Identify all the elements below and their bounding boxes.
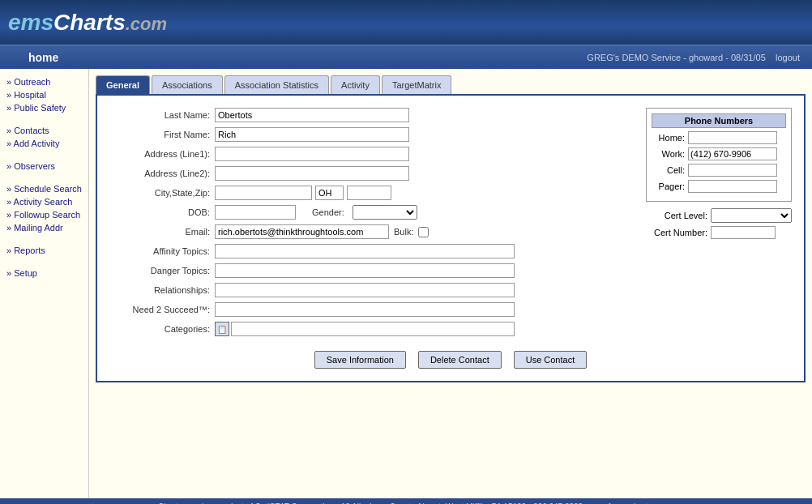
sidebar-item-observers[interactable]: » Observers — [0, 160, 88, 173]
cert-section: Cert Level: Cert Number: — [646, 208, 792, 239]
zip-input[interactable] — [347, 186, 391, 200]
sidebar-item-followup-search[interactable]: » Followup Search — [0, 208, 88, 221]
address2-row: Address (Line2): — [109, 166, 630, 181]
sidebar-section-search: » Schedule Search » Activity Search » Fo… — [0, 182, 88, 234]
email-input[interactable] — [215, 224, 389, 239]
separator2: - — [725, 53, 731, 62]
cell-label: Cell: — [652, 165, 688, 175]
main-layout: » Outreach » Hospital » Public Safety » … — [0, 69, 812, 498]
need2succeed-row: Need 2 Succeed™: — [109, 302, 630, 317]
form-main: Last Name: First Name: Address (Line1): — [109, 108, 792, 341]
relationships-label: Relationships: — [109, 285, 215, 295]
first-name-input[interactable] — [215, 127, 409, 142]
tab-activity[interactable]: Activity — [331, 75, 380, 94]
sidebar-item-hospital[interactable]: » Hospital — [0, 88, 88, 101]
sidebar-divider-2 — [0, 153, 88, 160]
last-name-input[interactable] — [215, 108, 409, 122]
danger-row: Danger Topics: — [109, 263, 630, 278]
affinity-row: Affinity Topics: — [109, 244, 630, 258]
affinity-label: Affinity Topics: — [109, 246, 215, 256]
work-label: Work: — [652, 149, 688, 159]
sidebar-item-mailing-addr[interactable]: » Mailing Addr — [0, 221, 88, 234]
content-area: General Associations Association Statist… — [89, 69, 812, 498]
sidebar-section-contacts: » Contacts » Add Activity — [0, 124, 88, 150]
state-input[interactable] — [315, 186, 344, 200]
phone-cell-row: Cell: — [652, 164, 786, 177]
dob-gender-row: DOB: Gender: Male Female — [109, 205, 630, 220]
tab-associations[interactable]: Associations — [152, 75, 223, 94]
address1-input[interactable] — [215, 147, 409, 161]
last-name-label: Last Name: — [109, 110, 215, 120]
cert-number-row: Cert Number: — [646, 226, 792, 239]
danger-label: Danger Topics: — [109, 266, 215, 275]
phone-pager-row: Pager: — [652, 180, 786, 193]
user-info: GREG's DEMO Service - ghoward - 08/31/05… — [587, 53, 800, 62]
form-left: Last Name: First Name: Address (Line1): — [109, 108, 630, 341]
categories-icon-button[interactable]: 📋 — [215, 322, 229, 336]
email-label: Email: — [109, 227, 215, 237]
address2-input[interactable] — [215, 166, 409, 181]
danger-input[interactable] — [215, 263, 515, 278]
button-row: Save Information Delete Contact Use Cont… — [109, 351, 792, 369]
sidebar-item-contacts[interactable]: » Contacts — [0, 124, 88, 137]
sidebar-section-setup: » Setup — [0, 267, 88, 280]
navbar: home GREG's DEMO Service - ghoward - 08/… — [0, 45, 812, 69]
save-button[interactable]: Save Information — [314, 351, 406, 369]
home-phone-input[interactable] — [688, 131, 777, 144]
first-name-row: First Name: — [109, 127, 630, 142]
bulk-label: Bulk: — [394, 227, 413, 237]
last-name-row: Last Name: — [109, 108, 630, 122]
city-state-zip-row: City,State,Zip: — [109, 186, 630, 200]
pager-input[interactable] — [688, 180, 777, 193]
sidebar-item-schedule-search[interactable]: » Schedule Search — [0, 182, 88, 195]
dob-input[interactable] — [215, 205, 296, 220]
categories-input[interactable] — [231, 322, 515, 336]
bulk-checkbox[interactable] — [418, 227, 429, 237]
sidebar-item-reports[interactable]: » Reports — [0, 244, 88, 257]
categories-row: Categories: 📋 — [109, 322, 630, 336]
use-contact-button[interactable]: Use Contact — [514, 351, 588, 369]
logo-charts: Charts — [53, 10, 126, 35]
first-name-label: First Name: — [109, 130, 215, 139]
sidebar-divider-5 — [0, 260, 88, 267]
gender-select[interactable]: Male Female — [353, 205, 417, 220]
sidebar-section-reports: » Reports — [0, 244, 88, 257]
cell-phone-input[interactable] — [688, 164, 777, 177]
sidebar-item-outreach[interactable]: » Outreach — [0, 75, 88, 88]
header: emsCharts.com — [0, 0, 812, 45]
service-name: GREG's DEMO Service — [587, 53, 681, 62]
affinity-input[interactable] — [215, 244, 515, 258]
logo-dot: .com — [126, 14, 167, 34]
address2-label: Address (Line2): — [109, 169, 215, 178]
phone-box: Phone Numbers Home: Work: Cell: — [646, 108, 792, 202]
tab-target-matrix[interactable]: TargetMatrix — [382, 75, 452, 94]
relationships-input[interactable] — [215, 283, 515, 297]
address1-row: Address (Line1): — [109, 147, 630, 161]
city-input[interactable] — [215, 186, 312, 200]
cert-level-row: Cert Level: — [646, 208, 792, 223]
tab-general[interactable]: General — [96, 75, 150, 94]
cert-level-label: Cert Level: — [646, 211, 711, 220]
separator1: - — [683, 53, 689, 62]
sidebar-item-setup[interactable]: » Setup — [0, 267, 88, 280]
tab-association-statistics[interactable]: Association Statistics — [224, 75, 329, 94]
address1-label: Address (Line1): — [109, 149, 215, 159]
delete-button[interactable]: Delete Contact — [418, 351, 502, 369]
logout-button[interactable]: logout — [776, 53, 800, 62]
cert-number-input[interactable] — [711, 226, 776, 239]
city-state-zip-inputs — [215, 186, 391, 200]
home-button[interactable]: home — [12, 51, 75, 64]
need2succeed-input[interactable] — [215, 302, 515, 317]
categories-section: 📋 — [215, 322, 515, 336]
sidebar-item-activity-search[interactable]: » Activity Search — [0, 195, 88, 208]
relationships-row: Relationships: — [109, 283, 630, 297]
work-phone-input[interactable] — [688, 147, 777, 160]
sidebar-item-add-activity[interactable]: » Add Activity — [0, 137, 88, 150]
sidebar-item-public-safety[interactable]: » Public Safety — [0, 101, 88, 114]
phone-home-row: Home: — [652, 131, 786, 144]
email-row: Email: Bulk: — [109, 224, 630, 239]
sidebar-section-top: » Outreach » Hospital » Public Safety — [0, 75, 88, 114]
sidebar-divider-4 — [0, 237, 88, 244]
date: 08/31/05 — [731, 53, 766, 62]
cert-level-select[interactable] — [711, 208, 792, 223]
